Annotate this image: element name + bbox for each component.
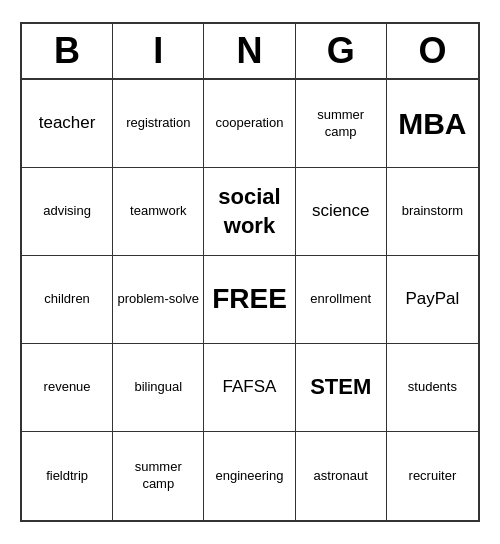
header-letter-g: G xyxy=(296,24,387,78)
bingo-cell-1: registration xyxy=(113,80,204,168)
bingo-cell-24: recruiter xyxy=(387,432,478,520)
bingo-cell-15: revenue xyxy=(22,344,113,432)
bingo-cell-7: social work xyxy=(204,168,295,256)
bingo-card: BINGO teacherregistrationcooperationsumm… xyxy=(20,22,480,522)
bingo-cell-0: teacher xyxy=(22,80,113,168)
bingo-cell-23: astronaut xyxy=(296,432,387,520)
bingo-header: BINGO xyxy=(22,24,478,80)
bingo-cell-13: enrollment xyxy=(296,256,387,344)
bingo-cell-10: children xyxy=(22,256,113,344)
bingo-cell-12: FREE xyxy=(204,256,295,344)
bingo-cell-6: teamwork xyxy=(113,168,204,256)
header-letter-i: I xyxy=(113,24,204,78)
bingo-cell-8: science xyxy=(296,168,387,256)
bingo-cell-20: fieldtrip xyxy=(22,432,113,520)
header-letter-o: O xyxy=(387,24,478,78)
bingo-cell-16: bilingual xyxy=(113,344,204,432)
bingo-cell-21: summer camp xyxy=(113,432,204,520)
header-letter-n: N xyxy=(204,24,295,78)
bingo-cell-5: advising xyxy=(22,168,113,256)
bingo-cell-14: PayPal xyxy=(387,256,478,344)
bingo-cell-19: students xyxy=(387,344,478,432)
bingo-grid: teacherregistrationcooperationsummer cam… xyxy=(22,80,478,520)
bingo-cell-17: FAFSA xyxy=(204,344,295,432)
bingo-cell-11: problem-solve xyxy=(113,256,204,344)
bingo-cell-4: MBA xyxy=(387,80,478,168)
bingo-cell-9: brainstorm xyxy=(387,168,478,256)
bingo-cell-3: summer camp xyxy=(296,80,387,168)
bingo-cell-22: engineering xyxy=(204,432,295,520)
bingo-cell-18: STEM xyxy=(296,344,387,432)
header-letter-b: B xyxy=(22,24,113,78)
bingo-cell-2: cooperation xyxy=(204,80,295,168)
